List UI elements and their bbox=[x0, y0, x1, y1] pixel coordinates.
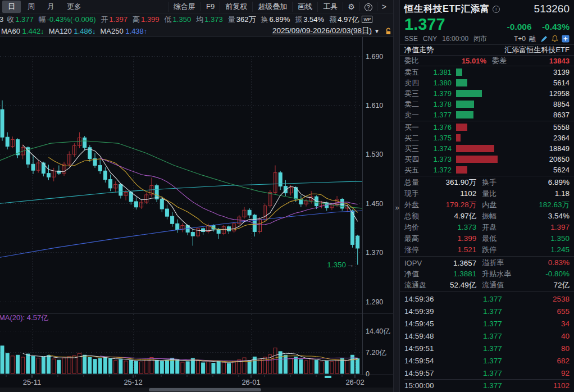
quote-label: 幅 bbox=[39, 15, 46, 24]
tick-time: 15:00:00 bbox=[404, 381, 449, 390]
chevron-right-icon[interactable]: > bbox=[377, 2, 391, 11]
ob-bar-area bbox=[456, 124, 540, 131]
orderbook-row-buy-4[interactable]: 买四1.37320650 bbox=[404, 154, 570, 165]
orderbook-row-sell-3[interactable]: 卖三1.37912958 bbox=[404, 88, 570, 99]
market-meta-row: SSE CNY 16:00:00 闭市 T+0 融 bbox=[404, 33, 570, 44]
help-icon[interactable]: ? bbox=[359, 2, 377, 11]
quote-value: 3.54% bbox=[303, 15, 324, 24]
tick-row: 15:00:001.3771102 bbox=[404, 379, 570, 391]
price-change: -0.006 bbox=[507, 22, 532, 31]
ob-bar-area bbox=[456, 111, 540, 118]
orderbook-row-buy-2[interactable]: 买二1.3752364 bbox=[404, 133, 570, 143]
menu-item-工具[interactable]: 工具 bbox=[317, 2, 343, 12]
stock-name: 恒生科技ETF汇添富 bbox=[404, 3, 490, 15]
menu-item-综合屏[interactable]: 综合屏 bbox=[168, 2, 201, 12]
stat-row: 总额4.97亿振幅3.54% bbox=[404, 211, 570, 222]
iopv-grid: IOPV1.3657溢折率0.83%净值1.3881升贴水率-0.80%流通盘5… bbox=[400, 257, 574, 291]
last-price: 1.377 bbox=[404, 16, 445, 32]
ob-volume-bar bbox=[456, 134, 461, 142]
unlock-icon[interactable] bbox=[385, 28, 392, 35]
tab-更多[interactable]: 更多 bbox=[61, 1, 87, 13]
price-change-pct: -0.43% bbox=[542, 22, 570, 31]
volume-bar bbox=[279, 352, 282, 373]
wp-badge-icon[interactable]: WP bbox=[362, 16, 372, 23]
ob-price: 1.374 bbox=[425, 144, 452, 153]
candlestick-chart[interactable]: 1.6901.6101.5301.4501.3701.29014.40亿7.20… bbox=[0, 37, 393, 392]
fund-full-name[interactable]: 汇添富恒生科技ETF bbox=[504, 45, 570, 55]
chart-scrollbar[interactable] bbox=[0, 388, 393, 392]
tab-周[interactable]: 周 bbox=[22, 1, 40, 13]
tab-日[interactable]: 日 bbox=[2, 1, 21, 13]
stat-label: 最低 bbox=[482, 234, 496, 244]
volume-bar bbox=[52, 359, 56, 373]
quote-label: 振 bbox=[295, 15, 302, 24]
settings-gear-icon[interactable]: ⚙ bbox=[343, 2, 359, 11]
stat-label: 流通值 bbox=[482, 280, 504, 290]
stat-cell-净值: 净值1.3881 bbox=[404, 269, 482, 279]
stat-label: 最高 bbox=[404, 234, 419, 244]
ob-price: 1.376 bbox=[425, 123, 452, 131]
stat-label: 现手 bbox=[404, 189, 419, 199]
date-range-selector[interactable]: 2025/09/09-2026/02/03(98日) ▼ bbox=[272, 26, 392, 36]
stat-label: 流通盘 bbox=[404, 280, 426, 290]
menu-item-F9[interactable]: F9 bbox=[201, 2, 220, 11]
stat-cell-IOPV: IOPV1.3657 bbox=[404, 259, 482, 267]
add-plus-icon[interactable] bbox=[562, 35, 570, 43]
menu-item-画线[interactable]: 画线 bbox=[292, 2, 317, 12]
ob-price: 1.375 bbox=[425, 134, 452, 142]
menu-item-前复权[interactable]: 前复权 bbox=[220, 2, 252, 12]
price-tick-label: 1.690 bbox=[366, 53, 383, 61]
orderbook-row-buy-1[interactable]: 买一1.3765558 bbox=[404, 122, 570, 133]
stat-cell-溢折率: 溢折率0.83% bbox=[482, 258, 570, 268]
price-ma20-line bbox=[100, 158, 358, 225]
volume-bar bbox=[289, 358, 293, 373]
net-value-trend-link[interactable]: 净值走势 bbox=[404, 45, 434, 55]
menu-item-超级叠加[interactable]: 超级叠加 bbox=[252, 2, 292, 12]
weibi-label: 委比 bbox=[404, 56, 419, 66]
tick-row: 14:59:541.377682 bbox=[404, 354, 570, 367]
stat-cell-换手: 换手6.89% bbox=[482, 177, 570, 188]
tab-月[interactable]: 月 bbox=[42, 1, 60, 13]
candle-body bbox=[98, 165, 102, 171]
stat-label: 均价 bbox=[404, 222, 419, 233]
candle-body bbox=[129, 193, 133, 202]
orderbook-row-sell-4[interactable]: 卖二1.3788854 bbox=[404, 99, 570, 110]
candle-body bbox=[42, 163, 45, 174]
alert-bell-icon[interactable] bbox=[551, 35, 559, 43]
date-range-label[interactable]: 2025/09/09-2026/02/03(98日) bbox=[272, 26, 372, 36]
orderbook-row-sell-5[interactable]: 卖一1.3778637 bbox=[404, 110, 570, 120]
dropdown-caret-icon[interactable]: ▼ bbox=[374, 28, 380, 34]
stat-value: 1.397 bbox=[550, 223, 570, 231]
toolbar-menu: 综合屏F9前复权超级叠加画线工具⚙?> bbox=[168, 2, 391, 12]
tick-list[interactable]: 14:59:361.377253814:59:391.37765514:59:4… bbox=[400, 292, 574, 392]
orderbook-buys: 买一1.3765558买二1.3752364买三1.37418849买四1.37… bbox=[400, 121, 574, 176]
candle-body bbox=[284, 186, 287, 193]
net-value-nav-row[interactable]: 净值走势 汇添富恒生科技ETF bbox=[400, 45, 574, 55]
orderbook-row-sell-1[interactable]: 卖五1.3813139 bbox=[404, 67, 570, 78]
volume-bar bbox=[309, 359, 313, 373]
volume-bar bbox=[124, 361, 127, 373]
stat-value: 52.49亿 bbox=[450, 280, 476, 290]
ob-volume-bar bbox=[456, 156, 498, 163]
stat-cell-开盘: 开盘1.397 bbox=[482, 222, 570, 233]
tick-price: 1.377 bbox=[449, 295, 536, 303]
candle-body bbox=[103, 171, 107, 179]
price-tick-label: 1.530 bbox=[366, 151, 383, 158]
volume-bar bbox=[109, 359, 112, 373]
stat-row: 现手1102量比1.18 bbox=[404, 188, 570, 199]
candle-body bbox=[340, 199, 344, 208]
orderbook-row-buy-5[interactable]: 买五1.3725624 bbox=[404, 165, 570, 175]
info-icon[interactable]: ! bbox=[493, 6, 500, 13]
market-status: 闭市 bbox=[473, 34, 487, 44]
volume-bar bbox=[233, 361, 236, 373]
volume-bar bbox=[202, 363, 205, 373]
commission-ratio-row: 委比 15.01% 委差 13843 bbox=[400, 56, 574, 66]
orderbook-row-sell-2[interactable]: 卖四1.3805614 bbox=[404, 78, 570, 88]
quote-item-高: 高1.399 bbox=[133, 15, 160, 24]
edit-pencil-icon[interactable] bbox=[540, 35, 548, 43]
quote-label: 换 bbox=[261, 15, 268, 24]
orderbook-row-buy-3[interactable]: 买三1.37418849 bbox=[404, 143, 570, 154]
stat-value: 6.89% bbox=[548, 178, 570, 186]
scrollbar-thumb[interactable] bbox=[149, 388, 261, 391]
volume-bar bbox=[37, 358, 40, 373]
